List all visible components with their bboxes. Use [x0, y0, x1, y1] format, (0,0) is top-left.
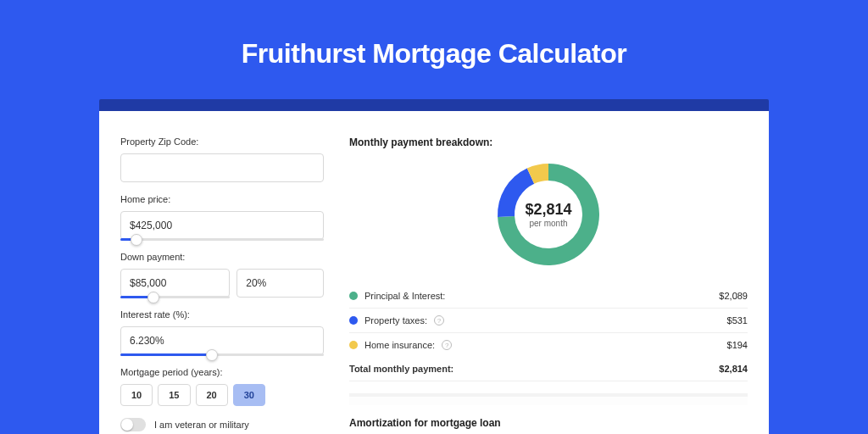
- donut-amount: $2,814: [525, 201, 571, 219]
- period-field-group: Mortgage period (years): 10152030: [120, 367, 324, 406]
- form-column: Property Zip Code: Home price: Down paym…: [120, 136, 324, 434]
- period-button-15[interactable]: 15: [158, 384, 190, 406]
- breakdown-title: Monthly payment breakdown:: [349, 136, 748, 148]
- price-field-group: Home price:: [120, 194, 324, 240]
- breakdown-row-left: Property taxes:?: [349, 315, 444, 326]
- breakdown-row-label: Home insurance:: [364, 340, 435, 350]
- rate-label: Interest rate (%):: [120, 309, 324, 320]
- rate-slider-thumb[interactable]: [206, 349, 218, 361]
- breakdown-row: Home insurance:?$194: [349, 333, 748, 357]
- donut-sub: per month: [529, 219, 567, 228]
- info-icon[interactable]: ?: [442, 340, 452, 350]
- calculator-card: Property Zip Code: Home price: Down paym…: [99, 111, 769, 434]
- zip-input[interactable]: [120, 153, 324, 182]
- amortization-card: Amortization for mortgage loan Amortizat…: [349, 397, 748, 434]
- page-title: Fruithurst Mortgage Calculator: [0, 38, 868, 70]
- veteran-toggle-row: I am veteran or military: [120, 418, 324, 431]
- breakdown-row-value: $531: [727, 315, 748, 326]
- card-shadow: Property Zip Code: Home price: Down paym…: [99, 99, 769, 421]
- legend-dot-icon: [349, 292, 358, 300]
- donut-center: $2,814 per month: [494, 160, 603, 269]
- total-row: Total monthly payment: $2,814: [349, 357, 748, 381]
- down-input-wrap: [120, 269, 230, 298]
- period-button-10[interactable]: 10: [120, 384, 153, 406]
- breakdown-row-value: $194: [727, 340, 748, 350]
- period-button-20[interactable]: 20: [196, 384, 228, 406]
- down-slider-thumb[interactable]: [147, 292, 159, 303]
- price-slider-thumb[interactable]: [131, 234, 142, 246]
- zip-field-group: Property Zip Code:: [120, 136, 324, 182]
- price-input[interactable]: [120, 211, 324, 240]
- breakdown-row-left: Home insurance:?: [349, 340, 452, 350]
- down-pct-input[interactable]: [236, 269, 324, 298]
- donut-chart-wrap: $2,814 per month: [349, 160, 748, 269]
- period-button-30[interactable]: 30: [233, 384, 265, 406]
- donut-chart: $2,814 per month: [494, 160, 603, 269]
- breakdown-row-label: Property taxes:: [364, 315, 427, 326]
- down-label: Down payment:: [120, 252, 324, 262]
- legend-dot-icon: [349, 316, 358, 325]
- total-label: Total monthly payment:: [349, 364, 453, 374]
- breakdown-column: Monthly payment breakdown: $2,814 per mo…: [349, 136, 748, 434]
- period-label: Mortgage period (years):: [120, 367, 324, 377]
- legend-dot-icon: [349, 341, 358, 349]
- period-button-group: 10152030: [120, 384, 324, 406]
- breakdown-row-label: Principal & Interest:: [364, 291, 445, 301]
- price-label: Home price:: [120, 194, 324, 204]
- info-icon[interactable]: ?: [434, 315, 444, 326]
- breakdown-row: Principal & Interest:$2,089: [349, 284, 748, 309]
- amortization-title: Amortization for mortgage loan: [349, 417, 748, 429]
- veteran-toggle-dot: [121, 419, 133, 431]
- breakdown-list: Principal & Interest:$2,089Property taxe…: [349, 284, 748, 357]
- page-title-bar: Fruithurst Mortgage Calculator: [0, 38, 868, 70]
- breakdown-row-value: $2,089: [719, 291, 748, 301]
- down-field-group: Down payment:: [120, 252, 324, 298]
- total-value: $2,814: [719, 364, 748, 374]
- breakdown-row-left: Principal & Interest:: [349, 291, 445, 301]
- rate-input[interactable]: [120, 326, 324, 355]
- down-input[interactable]: [120, 269, 230, 298]
- veteran-label: I am veteran or military: [154, 420, 249, 430]
- rate-field-group: Interest rate (%):: [120, 309, 324, 355]
- rate-input-wrap: [120, 326, 324, 355]
- veteran-toggle[interactable]: [120, 418, 146, 431]
- price-slider-track[interactable]: [120, 238, 324, 241]
- price-input-wrap: [120, 211, 324, 240]
- rate-slider-fill: [120, 353, 212, 356]
- zip-label: Property Zip Code:: [120, 136, 324, 147]
- breakdown-row: Property taxes:?$531: [349, 309, 748, 333]
